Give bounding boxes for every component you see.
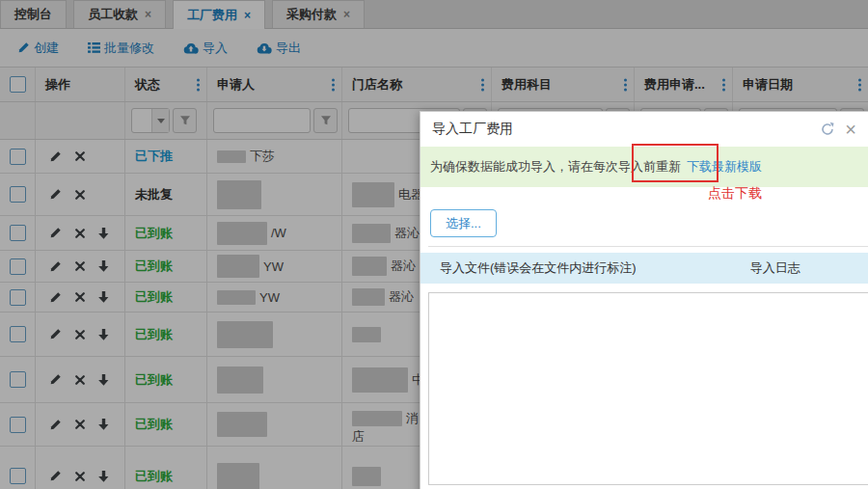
notice-text: 为确保数据能成功导入，请在每次导入前重新 [430, 158, 681, 176]
choose-file-button[interactable]: 选择... [430, 209, 497, 237]
annotation-label: 点击下载 [708, 185, 762, 203]
import-notice-banner: 为确保数据能成功导入，请在每次导入前重新 下载最新模版 [420, 147, 868, 187]
import-list-header: 导入文件(错误会在文件内进行标注) 导入日志 [420, 253, 868, 284]
close-icon[interactable]: × [839, 118, 862, 141]
dialog-titlebar: 导入工厂费用 × [420, 112, 868, 147]
download-template-link[interactable]: 下载最新模版 [687, 158, 762, 176]
import-file-list [428, 292, 868, 485]
import-log-column-header: 导入日志 [750, 259, 800, 277]
import-dialog: 导入工厂费用 × 为确保数据能成功导入，请在每次导入前重新 下载最新模版 选择.… [420, 111, 868, 489]
divider [428, 246, 868, 247]
import-file-column-header: 导入文件(错误会在文件内进行标注) [440, 259, 637, 277]
app-window: 控制台 员工收款 × 工厂费用 × 采购付款 × 创建 批量修改 导入 [0, 0, 868, 489]
dialog-title: 导入工厂费用 [432, 121, 513, 138]
refresh-icon[interactable] [816, 118, 839, 141]
